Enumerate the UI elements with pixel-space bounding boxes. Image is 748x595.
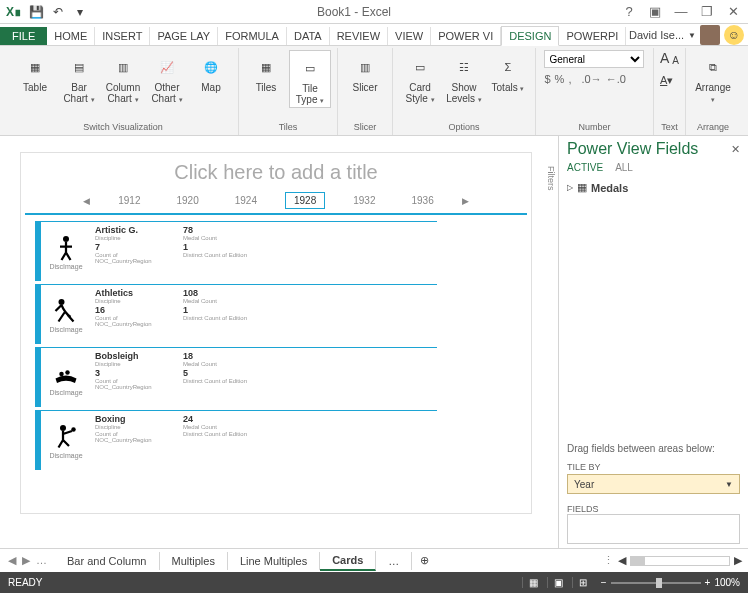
card-item[interactable]: DiscImage BobsleighDiscipline 18Medal Co… [35, 347, 437, 407]
tab-data[interactable]: DATA [287, 27, 330, 45]
text-group-label: Text [661, 121, 678, 133]
sidebar-tab-all[interactable]: ALL [615, 162, 633, 173]
sheet-tab[interactable]: Bar and Column [55, 552, 160, 570]
sheet-tab-more[interactable]: … [376, 552, 412, 570]
filters-pane-label[interactable]: Filters [540, 136, 558, 191]
card-item[interactable]: DiscImage BoxingDiscipline 24Medal Count… [35, 410, 437, 470]
year-tab[interactable]: 1932 [345, 193, 383, 208]
tiles-group-label: Tiles [279, 121, 298, 133]
horizontal-scrollbar[interactable] [630, 556, 730, 566]
undo-icon[interactable]: ↶ [50, 4, 66, 20]
sheet-tab[interactable]: Multiples [160, 552, 228, 570]
tab-insert[interactable]: INSERT [95, 27, 150, 45]
qat-customize-icon[interactable]: ▾ [72, 4, 88, 20]
decrease-decimal-button[interactable]: ←.0 [606, 73, 626, 85]
increase-font-button[interactable]: A [660, 50, 669, 66]
zoom-percent[interactable]: 100% [714, 577, 740, 588]
sheet-tab-active[interactable]: Cards [320, 551, 376, 571]
year-tab[interactable]: 1912 [110, 193, 148, 208]
tile-by-field[interactable]: Year ▼ [567, 474, 740, 494]
smiley-icon[interactable]: ☺ [724, 25, 744, 45]
view-pagelayout-icon[interactable]: ▣ [547, 577, 569, 588]
user-dropdown-arrow[interactable]: ▼ [688, 31, 696, 40]
ribbon-display-icon[interactable]: ▣ [646, 4, 664, 19]
view-normal-icon[interactable]: ▦ [522, 577, 544, 588]
tile-by-label: TILE BY [567, 458, 740, 472]
tab-design[interactable]: DESIGN [501, 26, 559, 46]
close-icon[interactable]: ✕ [724, 4, 742, 19]
percent-button[interactable]: % [555, 73, 565, 85]
tab-view[interactable]: VIEW [388, 27, 431, 45]
zoom-slider[interactable] [611, 582, 701, 584]
year-tab[interactable]: 1924 [227, 193, 265, 208]
increase-decimal-button[interactable]: .0→ [581, 73, 601, 85]
scroll-right[interactable]: ▶ [734, 554, 742, 567]
help-icon[interactable]: ? [620, 4, 638, 19]
svg-point-3 [65, 370, 70, 375]
tab-home[interactable]: HOME [47, 27, 95, 45]
year-prev-arrow[interactable]: ◀ [83, 196, 90, 206]
sidebar-tab-active[interactable]: ACTIVE [567, 162, 603, 173]
slicer-group-label: Slicer [354, 121, 377, 133]
sheet-nav-prev[interactable]: ▶ [22, 554, 30, 567]
year-tab[interactable]: 1936 [404, 193, 442, 208]
tab-file[interactable]: FILE [0, 27, 47, 45]
view-pagebreak-icon[interactable]: ⊞ [572, 577, 593, 588]
field-table-medals[interactable]: ▷ ▦ Medals [567, 181, 740, 194]
card-style-button[interactable]: ▭Card Style ▾ [399, 50, 441, 106]
scroll-left[interactable]: ◀ [618, 554, 626, 567]
currency-button[interactable]: $ [544, 73, 550, 85]
card-item[interactable]: DiscImage Artistic G.Discipline 78Medal … [35, 221, 437, 281]
show-levels-button[interactable]: ☷Show Levels ▾ [443, 50, 485, 106]
year-tab-selected[interactable]: 1928 [285, 192, 325, 209]
expand-icon[interactable]: ▷ [567, 183, 573, 192]
number-group-label: Number [578, 121, 610, 133]
sheet-nav-first[interactable]: ◀ [8, 554, 16, 567]
tab-powerpivot[interactable]: POWERPI [559, 27, 626, 45]
dropdown-arrow-icon[interactable]: ▼ [725, 480, 733, 489]
map-button[interactable]: 🌐Map [190, 50, 232, 95]
year-tab[interactable]: 1920 [169, 193, 207, 208]
sheet-nav-more[interactable]: … [36, 554, 47, 567]
zoom-in-button[interactable]: + [705, 577, 711, 588]
close-sidebar-icon[interactable]: ✕ [731, 143, 740, 156]
tile-type-button[interactable]: ▭Tile Type ▾ [289, 50, 331, 108]
year-next-arrow[interactable]: ▶ [462, 196, 469, 206]
tab-review[interactable]: REVIEW [330, 27, 388, 45]
arrange-group-label: Arrange [697, 121, 729, 133]
tab-formulas[interactable]: FORMULA [218, 27, 287, 45]
arrange-button[interactable]: ⧉Arrange ▾ [692, 50, 734, 106]
slicer-button[interactable]: ▥Slicer [344, 50, 386, 95]
sidebar-title: Power View Fields [567, 140, 698, 158]
tiles-button[interactable]: ▦Tiles [245, 50, 287, 95]
font-color-button[interactable]: A▾ [660, 74, 673, 86]
switch-vis-group-label: Switch Visualization [83, 121, 162, 133]
avatar[interactable] [700, 25, 720, 45]
sheet-tab[interactable]: Line Multiples [228, 552, 320, 570]
card-item[interactable]: DiscImage AthleticsDiscipline 108Medal C… [35, 284, 437, 344]
zoom-out-button[interactable]: − [601, 577, 607, 588]
add-sheet-button[interactable]: ⊕ [412, 554, 437, 567]
decrease-font-button[interactable]: A [672, 55, 679, 66]
number-format-select[interactable]: General [544, 50, 644, 68]
restore-icon[interactable]: ❐ [698, 4, 716, 19]
tab-powerview[interactable]: POWER VI [431, 27, 501, 45]
tab-pagelayout[interactable]: PAGE LAY [150, 27, 218, 45]
table-button[interactable]: ▦Table [14, 50, 56, 95]
column-chart-button[interactable]: ▥Column Chart ▾ [102, 50, 144, 106]
save-icon[interactable]: 💾 [28, 4, 44, 20]
card-image: DiscImage [41, 348, 91, 407]
svg-point-4 [60, 425, 66, 431]
window-title: Book1 - Excel [88, 5, 620, 19]
title-placeholder[interactable]: Click here to add a title [25, 157, 527, 188]
comma-button[interactable]: , [568, 73, 571, 85]
other-chart-button[interactable]: 📈Other Chart ▾ [146, 50, 188, 106]
minimize-icon[interactable]: — [672, 4, 690, 19]
user-name[interactable]: David Ise... [629, 29, 684, 41]
fields-label: FIELDS [567, 500, 740, 514]
bar-chart-button[interactable]: ▤Bar Chart ▾ [58, 50, 100, 106]
table-icon: ▦ [577, 181, 587, 194]
fields-dropzone[interactable] [567, 514, 740, 544]
card-image: DiscImage [41, 222, 91, 281]
totals-button[interactable]: ΣTotals ▾ [487, 50, 529, 95]
